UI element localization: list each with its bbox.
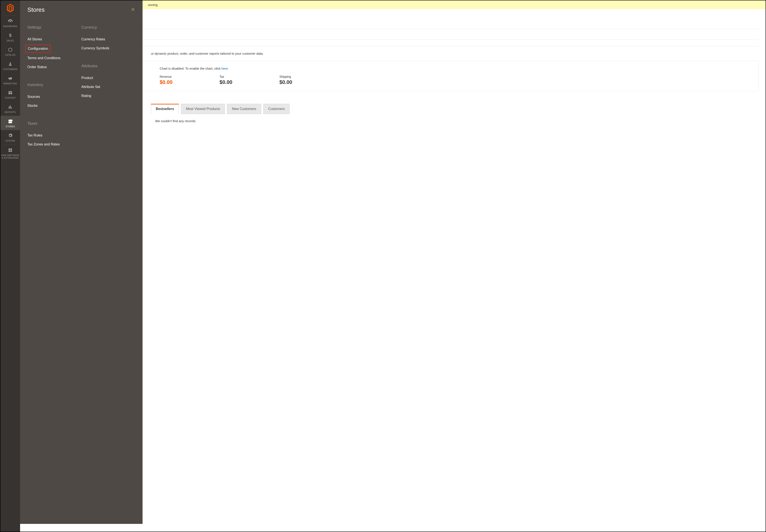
stat-label: Tax: [219, 75, 232, 78]
sidebar-item-catalog[interactable]: CATALOG: [0, 44, 20, 59]
sidebar-item-content[interactable]: CONTENT: [0, 87, 20, 101]
sidebar-item-reports[interactable]: REPORTS: [0, 101, 20, 116]
person-icon: [7, 61, 13, 67]
gauge-icon: [7, 18, 13, 24]
flyout-link-stocks[interactable]: Stocks: [27, 101, 81, 110]
stat-value: $0.00: [219, 79, 232, 85]
sidebar-item-sales[interactable]: $ SALES: [0, 30, 20, 44]
flyout-group-title: Currency: [81, 25, 135, 30]
magento-logo-icon: [6, 3, 15, 13]
sidebar-item-label: SALES: [7, 40, 14, 42]
stat-value: $0.00: [279, 79, 292, 85]
tab-most-viewed-products[interactable]: Most Viewed Products: [181, 104, 225, 114]
flyout-link-order-status[interactable]: Order Status: [27, 63, 81, 72]
sidebar-item-customers[interactable]: CUSTOMERS: [0, 59, 20, 73]
sidebar-item-label: CATALOG: [5, 54, 15, 56]
stat-label: Revenue: [160, 75, 172, 78]
tab-bestsellers[interactable]: Bestsellers: [151, 104, 179, 114]
sidebar-item-system[interactable]: SYSTEM: [0, 130, 20, 144]
stat-label: Shipping: [279, 75, 292, 78]
flyout-link-tax-zones-and-rates[interactable]: Tax Zones and Rates: [27, 140, 81, 149]
flyout-link-rating[interactable]: Rating: [81, 91, 135, 100]
flyout-group-title: Taxes: [27, 121, 81, 126]
sidebar-item-label: FIND PARTNERS & EXTENSIONS: [1, 154, 19, 159]
flyout-link-currency-rates[interactable]: Currency Rates: [81, 35, 135, 44]
megaphone-icon: [7, 75, 13, 81]
flyout-link-currency-symbols[interactable]: Currency Symbols: [81, 44, 135, 53]
sidebar-item-marketing[interactable]: MARKETING: [0, 73, 20, 87]
flyout-link-configuration[interactable]: Configuration: [25, 45, 51, 53]
cube-icon: [7, 47, 13, 53]
flyout-link-attribute-set[interactable]: Attribute Set: [81, 82, 135, 91]
bars-icon: [7, 104, 13, 110]
layout-icon: [7, 90, 13, 96]
svg-text:$: $: [9, 33, 11, 38]
tab-customers[interactable]: Customers: [263, 104, 289, 114]
tab-new-customers[interactable]: New Customers: [227, 104, 261, 114]
flyout-group-title: Settings: [27, 25, 81, 30]
dollar-icon: $: [7, 32, 13, 38]
stores-flyout-panel: Stores SettingsAll StoresConfigurationTe…: [20, 0, 142, 524]
stat-block: Revenue$0.00: [160, 75, 172, 85]
flyout-title: Stores: [27, 6, 45, 13]
sidebar-item-label: DASHBOARD: [3, 25, 18, 28]
blocks-icon: [7, 147, 13, 153]
flyout-link-tax-rules[interactable]: Tax Rules: [27, 131, 81, 140]
sidebar-item-stores[interactable]: STORES: [0, 116, 20, 130]
gear-icon: [7, 133, 13, 139]
sidebar-item-label: CUSTOMERS: [3, 68, 17, 71]
flyout-link-terms-and-conditions[interactable]: Terms and Conditions: [27, 54, 81, 63]
stat-block: Shipping$0.00: [279, 75, 292, 85]
store-icon: [7, 118, 13, 124]
flyout-link-all-stores[interactable]: All Stores: [27, 35, 81, 44]
no-records-text: We couldn't find any records.: [155, 119, 196, 123]
flyout-group-title: Attributes: [81, 64, 135, 68]
flyout-link-product[interactable]: Product: [81, 73, 135, 82]
enable-chart-link[interactable]: here: [221, 67, 228, 70]
flyout-group-title: Inventory: [27, 83, 81, 87]
close-icon[interactable]: [131, 7, 135, 13]
admin-sidebar: DASHBOARD $ SALES CATALOG CUSTOMERS MARK…: [0, 0, 20, 532]
sidebar-item-partners[interactable]: FIND PARTNERS & EXTENSIONS: [0, 145, 20, 161]
stat-value: $0.00: [160, 79, 172, 85]
flyout-link-sources[interactable]: Sources: [27, 92, 81, 101]
sidebar-item-label: CONTENT: [5, 97, 16, 99]
sidebar-item-label: MARKETING: [3, 82, 17, 85]
sidebar-item-dashboard[interactable]: DASHBOARD: [0, 16, 20, 30]
sidebar-item-label: STORES: [6, 125, 15, 128]
sidebar-item-label: REPORTS: [5, 111, 16, 114]
sidebar-item-label: SYSTEM: [6, 140, 15, 142]
stat-block: Tax$0.00: [219, 75, 232, 85]
